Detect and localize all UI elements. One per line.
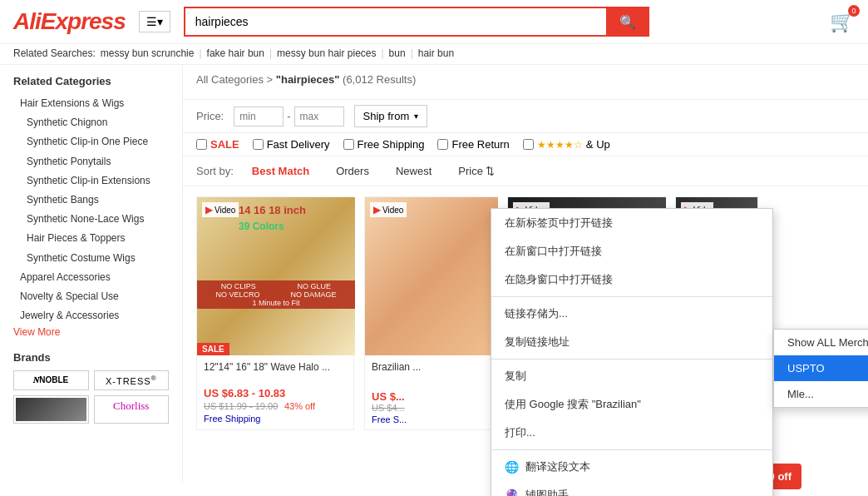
- stars-checkbox[interactable]: ★★★★☆ & Up: [523, 138, 610, 151]
- brand-xtress[interactable]: X-TRESS®: [94, 370, 170, 390]
- ctx-sep-1: [491, 296, 772, 297]
- brand-grid: 𝑵NOBLE X-TRESS® Chorliss: [13, 370, 169, 424]
- product-orig-1: US $11.99 - 19.00 43% off: [204, 399, 347, 412]
- fast-delivery-checkbox[interactable]: Fast Delivery: [253, 138, 330, 151]
- free-shipping-checkbox[interactable]: Free Shipping: [343, 138, 425, 151]
- ctx-translate[interactable]: 🌐 翻译这段文本: [491, 453, 772, 481]
- ctx-google-search[interactable]: 使用 Google 搜索 "Brazilian": [491, 390, 772, 419]
- ctx-sep-3: [491, 449, 772, 450]
- product-image-1: ▶ Video 14 16 18 inch 39 Colors NO CLIPS…: [197, 197, 355, 355]
- product-shipping-1: Free Shipping: [204, 414, 347, 424]
- brands-section: Brands 𝑵NOBLE X-TRESS® Chorliss: [13, 351, 169, 424]
- video-badge-1: ▶ Video: [202, 202, 239, 217]
- sidebar-item-novelty[interactable]: Novelty & Special Use: [13, 287, 169, 306]
- brand-noble[interactable]: 𝑵NOBLE: [13, 370, 89, 390]
- product-image-2: ▶ Video: [365, 197, 498, 355]
- related-searches-label: Related Searches:: [13, 47, 96, 59]
- breadcrumb-all[interactable]: All Categories: [196, 73, 264, 86]
- ctx-print[interactable]: 打印...: [491, 419, 772, 447]
- video-badge-2: ▶ Video: [370, 202, 407, 217]
- product-shipping-2: Free S...: [372, 414, 490, 424]
- ctx-save-link[interactable]: 链接存储为...: [491, 300, 772, 328]
- chevron-down-icon: ▾: [414, 112, 418, 121]
- price-range: -: [234, 107, 343, 126]
- discount-strip: NO CLIPSNO GLUE NO VELCRONO DAMAGE 1 Min…: [197, 280, 355, 309]
- stars-icon: ★★★★☆: [537, 139, 583, 151]
- ctx-copy[interactable]: 复制: [491, 362, 772, 390]
- ctx-sub-uspto[interactable]: USPTO: [774, 355, 868, 381]
- sidebar-item-hair-pieces[interactable]: Hair Pieces & Toppers: [13, 229, 169, 248]
- translate-icon: 🌐: [505, 460, 519, 474]
- product-orig-2: US $4...: [372, 403, 490, 413]
- related-searches: Related Searches: messy bun scrunchie | …: [0, 44, 868, 65]
- logo: AliExpress: [13, 8, 126, 35]
- sidebar-item-apparel[interactable]: Apparel Accessories: [13, 268, 169, 287]
- size-tag: 14 16 18 inch: [239, 204, 306, 216]
- ctx-open-tab[interactable]: 在新标签页中打开链接: [491, 209, 772, 237]
- ctx-open-window[interactable]: 在新窗口中打开链接: [491, 237, 772, 265]
- breadcrumb: All Categories > "hairpieces" (6,012 Res…: [196, 73, 855, 86]
- sort-label: Sort by:: [196, 165, 234, 177]
- product-info-2: Brazilian ... US $... US $4... Free S...: [365, 355, 496, 429]
- cart-icon[interactable]: 🛒 0: [830, 10, 855, 33]
- ctx-sub-show-all-merch[interactable]: Show ALL Merch (Amazon): [774, 330, 868, 355]
- ctx-sep-2: [491, 359, 772, 360]
- ctx-sub-mle[interactable]: Mle...: [774, 381, 868, 407]
- related-link-2[interactable]: messy bun hair pieces: [277, 47, 376, 59]
- product-card-2[interactable]: ▶ Video Brazilian ... US $... US $4... F…: [364, 196, 497, 430]
- sidebar-item-synthetic-costume[interactable]: Synthetic Costume Wigs: [13, 249, 169, 268]
- related-link-3[interactable]: bun: [389, 47, 406, 59]
- related-link-1[interactable]: fake hair bun: [207, 47, 264, 59]
- search-input[interactable]: [184, 7, 606, 37]
- sale-badge: SALE: [197, 343, 229, 355]
- product-card-1[interactable]: ▶ Video 14 16 18 inch 39 Colors NO CLIPS…: [196, 196, 354, 430]
- img-helper-icon: 🔮: [505, 489, 519, 496]
- brand-chorliss[interactable]: Chorliss: [94, 395, 170, 424]
- product-info-1: 12"14" 16" 18" Wave Halo ... US $6.83 - …: [197, 355, 353, 429]
- ctx-copy-link[interactable]: 复制链接地址: [491, 328, 772, 356]
- sidebar: Related Categories Hair Extensions & Wig…: [0, 65, 183, 482]
- view-more-link[interactable]: View More: [13, 326, 60, 338]
- related-link-4[interactable]: hair bun: [418, 47, 454, 59]
- sidebar-item-synthetic-chignon[interactable]: Synthetic Chignon: [13, 113, 169, 132]
- search-bar: 🔍: [184, 7, 649, 37]
- product-price-2: US $...: [372, 390, 490, 403]
- search-button[interactable]: 🔍: [606, 7, 649, 37]
- sidebar-item-synthetic-bangs[interactable]: Synthetic Bangs: [13, 191, 169, 210]
- sort-newest[interactable]: Newest: [387, 161, 440, 181]
- ship-from-label: Ship from: [363, 110, 410, 122]
- cart-badge: 0: [848, 5, 860, 17]
- sort-orders[interactable]: Orders: [328, 161, 377, 181]
- sidebar-item-synthetic-none-lace[interactable]: Synthetic None-Lace Wigs: [13, 210, 169, 229]
- header: AliExpress ☰▾ 🔍 🛒 0: [0, 0, 868, 44]
- content-header: All Categories > "hairpieces" (6,012 Res…: [183, 65, 868, 100]
- free-return-checkbox[interactable]: Free Return: [437, 138, 509, 151]
- brands-title: Brands: [13, 351, 169, 364]
- context-menu: 在新标签页中打开链接 在新窗口中打开链接 在隐身窗口中打开链接 链接存储为...…: [491, 208, 773, 496]
- sale-checkbox[interactable]: SALE: [196, 138, 239, 151]
- breadcrumb-query: "hairpieces": [276, 73, 340, 86]
- sort-best-match[interactable]: Best Match: [244, 161, 318, 181]
- ctx-img-helper[interactable]: 🔮 辅图助手: [491, 481, 772, 496]
- sort-price[interactable]: Price ⇅: [450, 161, 503, 181]
- price-min-input[interactable]: [234, 107, 284, 126]
- related-link-0[interactable]: messy bun scrunchie: [101, 47, 195, 59]
- sidebar-item-jewelry[interactable]: Jewelry & Accessories: [13, 306, 169, 325]
- product-price-1: US $6.83 - 10.83: [204, 387, 347, 399]
- brand-3[interactable]: [13, 395, 89, 424]
- sidebar-item-hair-ext[interactable]: Hair Extensions & Wigs: [13, 94, 169, 113]
- filter-row: Price: - Ship from ▾: [183, 100, 868, 133]
- menu-button[interactable]: ☰▾: [139, 11, 170, 32]
- ctx-open-incognito[interactable]: 在隐身窗口中打开链接: [491, 265, 772, 294]
- price-max-input[interactable]: [294, 107, 344, 126]
- sidebar-item-synthetic-clip-one[interactable]: Synthetic Clip-in One Piece: [13, 132, 169, 151]
- colors-tag: 39 Colors: [239, 221, 284, 232]
- sidebar-item-synthetic-pony[interactable]: Synthetic Ponytails: [13, 152, 169, 171]
- breadcrumb-count: (6,012 Results): [343, 73, 416, 86]
- sort-row: Sort by: Best Match Orders Newest Price …: [183, 156, 868, 186]
- ship-from-button[interactable]: Ship from ▾: [354, 105, 428, 127]
- breadcrumb-arrow: >: [267, 73, 276, 86]
- product-title-2: Brazilian ...: [372, 360, 490, 387]
- product-title-1: 12"14" 16" 18" Wave Halo ...: [204, 360, 347, 387]
- sidebar-item-synthetic-clip-ext[interactable]: Synthetic Clip-in Extensions: [13, 171, 169, 191]
